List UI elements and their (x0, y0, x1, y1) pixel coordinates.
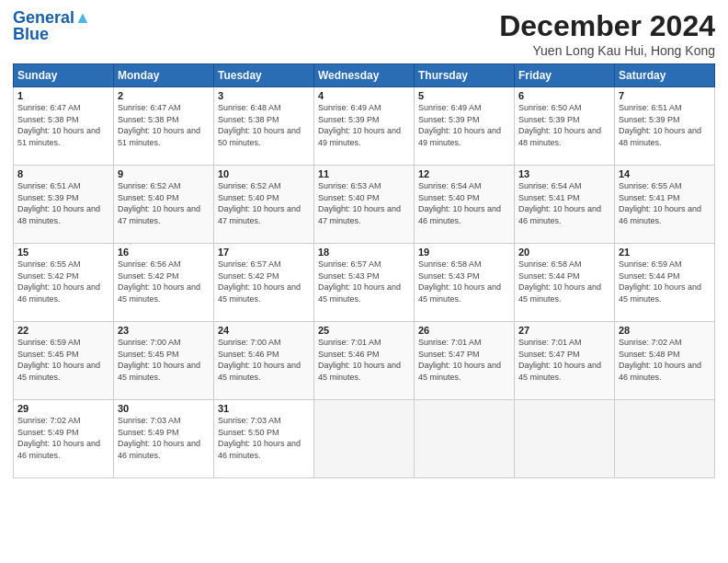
logo-blue: Blue (13, 26, 49, 42)
day-number: 8 (17, 168, 109, 179)
table-row: 8 Sunrise: 6:51 AM Sunset: 5:39 PM Dayli… (14, 166, 114, 244)
day-info: Sunrise: 6:50 AM Sunset: 5:39 PM Dayligh… (518, 102, 610, 148)
day-info: Sunrise: 6:51 AM Sunset: 5:39 PM Dayligh… (619, 102, 711, 148)
day-info: Sunrise: 6:56 AM Sunset: 5:42 PM Dayligh… (118, 259, 210, 304)
day-info: Sunrise: 6:57 AM Sunset: 5:42 PM Dayligh… (218, 259, 310, 304)
table-row: 23 Sunrise: 7:00 AM Sunset: 5:45 PM Dayl… (114, 322, 214, 400)
day-number: 6 (518, 90, 610, 101)
day-info: Sunrise: 6:55 AM Sunset: 5:41 PM Dayligh… (619, 180, 711, 226)
header: General▲ Blue December 2024 Yuen Long Ka… (13, 9, 715, 58)
table-row: 31 Sunrise: 7:03 AM Sunset: 5:50 PM Dayl… (214, 400, 314, 478)
day-number: 23 (118, 325, 210, 336)
day-info: Sunrise: 6:47 AM Sunset: 5:38 PM Dayligh… (17, 102, 109, 148)
day-number: 1 (17, 90, 109, 101)
day-info: Sunrise: 6:48 AM Sunset: 5:38 PM Dayligh… (218, 102, 310, 148)
day-info: Sunrise: 7:02 AM Sunset: 5:48 PM Dayligh… (619, 337, 711, 383)
table-row: 12 Sunrise: 6:54 AM Sunset: 5:40 PM Dayl… (415, 166, 515, 244)
day-number: 20 (518, 247, 610, 258)
day-number: 22 (17, 325, 109, 336)
day-info: Sunrise: 6:49 AM Sunset: 5:39 PM Dayligh… (418, 102, 510, 148)
logo-text: General▲ (13, 9, 91, 26)
day-number: 27 (518, 325, 610, 336)
table-row: 14 Sunrise: 6:55 AM Sunset: 5:41 PM Dayl… (615, 166, 715, 244)
day-number: 30 (118, 403, 210, 414)
table-row: 27 Sunrise: 7:01 AM Sunset: 5:47 PM Dayl… (515, 322, 615, 400)
day-number: 16 (118, 247, 210, 258)
table-row: 22 Sunrise: 6:59 AM Sunset: 5:45 PM Dayl… (14, 322, 114, 400)
day-info: Sunrise: 6:51 AM Sunset: 5:39 PM Dayligh… (17, 180, 109, 226)
day-info: Sunrise: 6:53 AM Sunset: 5:40 PM Dayligh… (318, 180, 410, 226)
col-wednesday: Wednesday (314, 64, 415, 87)
day-number: 31 (218, 403, 310, 414)
day-number: 21 (619, 247, 711, 258)
table-row: 15 Sunrise: 6:55 AM Sunset: 5:42 PM Dayl… (14, 244, 114, 322)
table-row: 21 Sunrise: 6:59 AM Sunset: 5:44 PM Dayl… (615, 244, 715, 322)
day-number: 18 (318, 247, 410, 258)
col-tuesday: Tuesday (214, 64, 314, 87)
col-monday: Monday (114, 64, 214, 87)
table-row: 17 Sunrise: 6:57 AM Sunset: 5:42 PM Dayl… (214, 244, 314, 322)
calendar-header-row: Sunday Monday Tuesday Wednesday Thursday… (14, 64, 715, 87)
table-row: 2 Sunrise: 6:47 AM Sunset: 5:38 PM Dayli… (114, 87, 214, 166)
day-info: Sunrise: 6:58 AM Sunset: 5:43 PM Dayligh… (418, 259, 510, 304)
month-title: December 2024 (499, 9, 715, 43)
table-row: 9 Sunrise: 6:52 AM Sunset: 5:40 PM Dayli… (114, 166, 214, 244)
table-row: 19 Sunrise: 6:58 AM Sunset: 5:43 PM Dayl… (415, 244, 515, 322)
day-info: Sunrise: 6:52 AM Sunset: 5:40 PM Dayligh… (218, 180, 310, 226)
table-row: 16 Sunrise: 6:56 AM Sunset: 5:42 PM Dayl… (114, 244, 214, 322)
table-row: 25 Sunrise: 7:01 AM Sunset: 5:46 PM Dayl… (314, 322, 415, 400)
day-number: 3 (218, 90, 310, 101)
day-info: Sunrise: 6:49 AM Sunset: 5:39 PM Dayligh… (318, 102, 410, 148)
col-friday: Friday (515, 64, 615, 87)
table-row: 26 Sunrise: 7:01 AM Sunset: 5:47 PM Dayl… (415, 322, 515, 400)
logo: General▲ Blue (13, 9, 91, 42)
day-number: 5 (418, 90, 510, 101)
table-row: 10 Sunrise: 6:52 AM Sunset: 5:40 PM Dayl… (214, 166, 314, 244)
day-info: Sunrise: 6:57 AM Sunset: 5:43 PM Dayligh… (318, 259, 410, 304)
day-number: 19 (418, 247, 510, 258)
calendar-week-row: 22 Sunrise: 6:59 AM Sunset: 5:45 PM Dayl… (14, 322, 715, 400)
table-row: 6 Sunrise: 6:50 AM Sunset: 5:39 PM Dayli… (515, 87, 615, 166)
table-row (615, 400, 715, 478)
day-info: Sunrise: 7:01 AM Sunset: 5:47 PM Dayligh… (518, 337, 610, 383)
table-row: 5 Sunrise: 6:49 AM Sunset: 5:39 PM Dayli… (415, 87, 515, 166)
day-info: Sunrise: 6:59 AM Sunset: 5:45 PM Dayligh… (17, 337, 109, 383)
table-row: 24 Sunrise: 7:00 AM Sunset: 5:46 PM Dayl… (214, 322, 314, 400)
day-number: 4 (318, 90, 410, 101)
day-number: 13 (518, 168, 610, 179)
day-info: Sunrise: 7:02 AM Sunset: 5:49 PM Dayligh… (17, 415, 109, 461)
day-number: 11 (318, 168, 410, 179)
calendar-week-row: 15 Sunrise: 6:55 AM Sunset: 5:42 PM Dayl… (14, 244, 715, 322)
day-number: 14 (619, 168, 711, 179)
table-row: 4 Sunrise: 6:49 AM Sunset: 5:39 PM Dayli… (314, 87, 415, 166)
calendar-week-row: 8 Sunrise: 6:51 AM Sunset: 5:39 PM Dayli… (14, 166, 715, 244)
day-info: Sunrise: 7:03 AM Sunset: 5:49 PM Dayligh… (118, 415, 210, 461)
calendar-table: Sunday Monday Tuesday Wednesday Thursday… (13, 63, 715, 478)
page: General▲ Blue December 2024 Yuen Long Ka… (0, 0, 728, 563)
table-row: 29 Sunrise: 7:02 AM Sunset: 5:49 PM Dayl… (14, 400, 114, 478)
table-row: 28 Sunrise: 7:02 AM Sunset: 5:48 PM Dayl… (615, 322, 715, 400)
table-row: 13 Sunrise: 6:54 AM Sunset: 5:41 PM Dayl… (515, 166, 615, 244)
location: Yuen Long Kau Hui, Hong Kong (499, 43, 715, 58)
table-row (314, 400, 415, 478)
day-info: Sunrise: 7:03 AM Sunset: 5:50 PM Dayligh… (218, 415, 310, 461)
day-info: Sunrise: 6:55 AM Sunset: 5:42 PM Dayligh… (17, 259, 109, 304)
table-row: 3 Sunrise: 6:48 AM Sunset: 5:38 PM Dayli… (214, 87, 314, 166)
day-number: 15 (17, 247, 109, 258)
day-number: 7 (619, 90, 711, 101)
day-info: Sunrise: 6:47 AM Sunset: 5:38 PM Dayligh… (118, 102, 210, 148)
day-info: Sunrise: 6:59 AM Sunset: 5:44 PM Dayligh… (619, 259, 711, 304)
table-row: 11 Sunrise: 6:53 AM Sunset: 5:40 PM Dayl… (314, 166, 415, 244)
table-row: 7 Sunrise: 6:51 AM Sunset: 5:39 PM Dayli… (615, 87, 715, 166)
table-row (515, 400, 615, 478)
col-thursday: Thursday (415, 64, 515, 87)
table-row: 30 Sunrise: 7:03 AM Sunset: 5:49 PM Dayl… (114, 400, 214, 478)
day-info: Sunrise: 7:01 AM Sunset: 5:46 PM Dayligh… (318, 337, 410, 383)
day-number: 12 (418, 168, 510, 179)
day-number: 28 (619, 325, 711, 336)
table-row: 1 Sunrise: 6:47 AM Sunset: 5:38 PM Dayli… (14, 87, 114, 166)
table-row (415, 400, 515, 478)
day-info: Sunrise: 6:54 AM Sunset: 5:41 PM Dayligh… (518, 180, 610, 226)
calendar-week-row: 1 Sunrise: 6:47 AM Sunset: 5:38 PM Dayli… (14, 87, 715, 166)
day-number: 29 (17, 403, 109, 414)
